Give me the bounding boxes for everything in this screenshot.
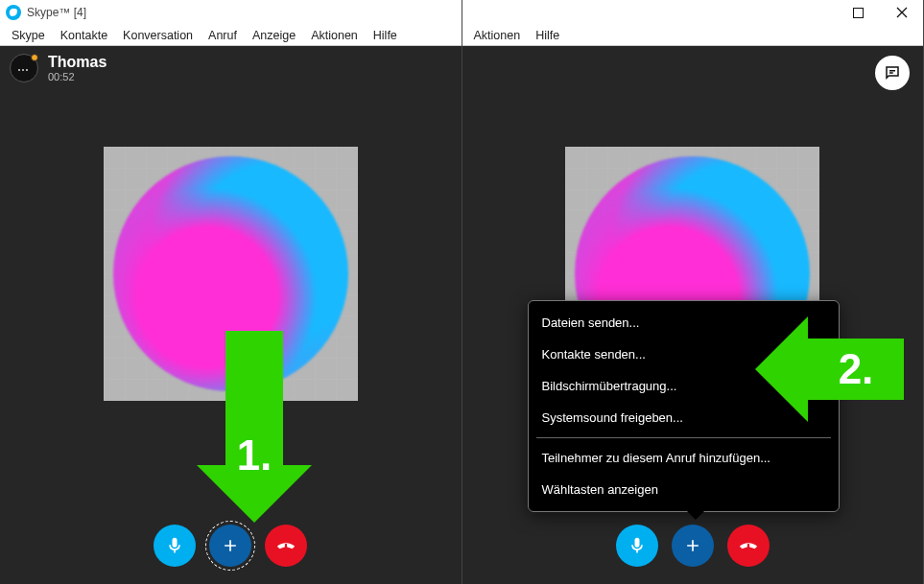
- menu-anzeige[interactable]: Anzeige: [245, 29, 303, 42]
- plus-popup-menu: Dateien senden... Kontakte senden... Bil…: [528, 300, 840, 512]
- svg-rect-0: [854, 8, 864, 17]
- mute-button-r[interactable]: [616, 525, 658, 567]
- avatar-area: [0, 94, 462, 584]
- popup-tail: [687, 511, 704, 520]
- window-controls: [837, 0, 923, 25]
- popup-add-participant[interactable]: Teilnehmer zu diesem Anruf hinzufügen...: [529, 442, 839, 474]
- conversation-list-button[interactable]: [10, 54, 38, 82]
- hangup-icon: [275, 535, 296, 556]
- menu-konversation[interactable]: Konversation: [115, 29, 201, 42]
- plus-icon: [221, 536, 240, 555]
- menubar-left: Skype Kontakte Konversation Anruf Anzeig…: [0, 25, 462, 46]
- hangup-button[interactable]: [265, 525, 307, 567]
- call-controls: [0, 525, 462, 567]
- hangup-icon: [738, 535, 759, 556]
- menu-anruf[interactable]: Anruf: [201, 29, 245, 42]
- call-info: Thomas 00:52: [48, 54, 107, 82]
- call-header: Thomas 00:52: [0, 46, 462, 94]
- popup-separator: [536, 437, 831, 438]
- hangup-button-r[interactable]: [727, 525, 770, 567]
- menu-skype[interactable]: Skype: [4, 29, 53, 42]
- caller-name: Thomas: [48, 54, 107, 71]
- menu-kontakte[interactable]: Kontakte: [53, 29, 115, 42]
- window-title: Skype™ [4]: [27, 6, 86, 19]
- menu-hilfe-r[interactable]: Hilfe: [528, 29, 567, 42]
- chat-button[interactable]: [875, 56, 910, 90]
- close-icon: [896, 7, 908, 18]
- call-controls-right: [462, 525, 924, 567]
- microphone-icon: [165, 536, 184, 555]
- microphone-icon: [628, 536, 647, 555]
- menubar-right: Aktionen Hilfe: [462, 25, 924, 46]
- plus-icon: [683, 536, 702, 555]
- add-button[interactable]: [209, 525, 251, 567]
- skype-icon: [6, 5, 21, 20]
- call-duration: 00:52: [48, 71, 107, 82]
- chat-icon: [884, 64, 901, 82]
- caller-avatar: [104, 147, 358, 401]
- maximize-icon: [853, 8, 864, 18]
- popup-show-dialpad[interactable]: Wähltasten anzeigen: [529, 474, 839, 505]
- status-indicator: [31, 54, 38, 61]
- menu-aktionen[interactable]: Aktionen: [303, 29, 366, 42]
- popup-send-contacts[interactable]: Kontakte senden...: [529, 339, 839, 370]
- window-titlebar: Skype™ [4]: [0, 0, 462, 25]
- add-button-r[interactable]: [672, 525, 714, 567]
- maximize-button[interactable]: [837, 0, 880, 25]
- close-button[interactable]: [880, 0, 923, 25]
- popup-share-system-sound[interactable]: Systemsound freigeben...: [529, 402, 839, 433]
- right-pane: Aktionen Hilfe .. Dateien senden... Kont…: [462, 0, 925, 584]
- left-pane: Skype™ [4] Skype Kontakte Konversation A…: [0, 0, 462, 584]
- menu-hilfe[interactable]: Hilfe: [366, 29, 405, 42]
- mute-button[interactable]: [154, 525, 196, 567]
- popup-screen-share[interactable]: Bildschirmübertragung...: [529, 370, 839, 402]
- popup-send-files[interactable]: Dateien senden...: [529, 307, 839, 339]
- menu-aktionen-r[interactable]: Aktionen: [466, 29, 529, 42]
- window-titlebar-right: [462, 0, 924, 25]
